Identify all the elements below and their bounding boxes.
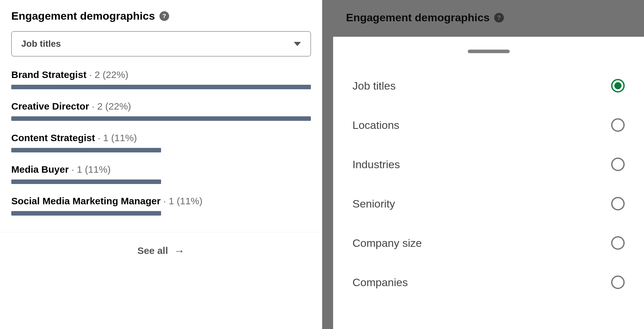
see-all-label: See all: [137, 245, 168, 256]
bar-row: Brand Strategist · 2 (22%): [11, 69, 311, 89]
see-all-button[interactable]: See all →: [11, 232, 311, 269]
bar-name: Social Media Marketing Manager: [11, 196, 160, 206]
bar-track: [11, 85, 311, 89]
option-row[interactable]: Seniority: [352, 184, 625, 223]
bar-stat: · 1 (11%): [95, 132, 137, 143]
bar-label: Brand Strategist · 2 (22%): [11, 69, 311, 80]
option-label: Locations: [352, 119, 399, 131]
left-header: Engagement demographics ?: [11, 10, 311, 22]
bar-row: Media Buyer · 1 (11%): [11, 164, 311, 184]
help-icon[interactable]: ?: [494, 13, 504, 23]
option-row[interactable]: Company size: [352, 223, 625, 263]
dropdown-selected-label: Job titles: [21, 39, 61, 49]
bar-label: Media Buyer · 1 (11%): [11, 164, 311, 175]
bar-track: [11, 211, 311, 216]
option-row[interactable]: Job titles: [352, 66, 625, 105]
arrow-right-icon: →: [174, 245, 185, 256]
bar-list: Brand Strategist · 2 (22%)Creative Direc…: [11, 69, 311, 227]
option-row[interactable]: Locations: [352, 105, 625, 145]
left-panel: Engagement demographics ? Job titles Bra…: [0, 0, 322, 329]
options-list: Job titlesLocationsIndustriesSeniorityCo…: [333, 66, 644, 302]
option-label: Job titles: [352, 80, 396, 92]
panel-divider: [322, 0, 333, 329]
right-header: Engagement demographics ?: [333, 0, 644, 37]
bar-label: Creative Director · 2 (22%): [11, 101, 311, 112]
radio-icon[interactable]: [611, 158, 625, 171]
sheet-drag-handle[interactable]: [468, 50, 510, 53]
bar-track: [11, 179, 311, 184]
bar-name: Brand Strategist: [11, 69, 86, 80]
bar-stat: · 2 (22%): [86, 69, 128, 80]
option-label: Companies: [352, 276, 408, 289]
demographics-dropdown[interactable]: Job titles: [11, 31, 311, 56]
bar-fill: [11, 211, 161, 216]
bar-stat: · 1 (11%): [69, 164, 111, 175]
bar-fill: [11, 179, 161, 184]
bar-fill: [11, 85, 311, 89]
bar-name: Creative Director: [11, 101, 89, 111]
option-label: Industries: [352, 158, 400, 171]
chevron-down-icon: [294, 42, 301, 46]
bar-stat: · 1 (11%): [160, 196, 202, 206]
bar-track: [11, 116, 311, 121]
radio-icon[interactable]: [611, 236, 625, 250]
option-row[interactable]: Companies: [352, 263, 625, 302]
bar-stat: · 2 (22%): [89, 101, 131, 111]
right-title: Engagement demographics: [346, 11, 490, 24]
page-title: Engagement demographics: [11, 10, 155, 22]
bar-name: Content Strategist: [11, 132, 95, 143]
option-label: Seniority: [352, 198, 395, 210]
radio-icon[interactable]: [611, 197, 625, 210]
bar-row: Content Strategist · 1 (11%): [11, 132, 311, 152]
bar-track: [11, 148, 311, 152]
bar-label: Content Strategist · 1 (11%): [11, 132, 311, 143]
option-label: Company size: [352, 237, 422, 249]
radio-icon[interactable]: [611, 118, 625, 132]
bar-row: Creative Director · 2 (22%): [11, 101, 311, 121]
bar-name: Media Buyer: [11, 164, 69, 175]
bar-fill: [11, 116, 311, 121]
bar-label: Social Media Marketing Manager · 1 (11%): [11, 196, 311, 207]
bar-row: Social Media Marketing Manager · 1 (11%): [11, 196, 311, 216]
radio-icon[interactable]: [611, 276, 625, 289]
help-icon[interactable]: ?: [159, 11, 169, 21]
bar-fill: [11, 148, 161, 152]
option-row[interactable]: Industries: [352, 145, 625, 184]
right-panel: Engagement demographics ? Job titlesLoca…: [333, 0, 644, 329]
radio-icon[interactable]: [611, 79, 625, 92]
